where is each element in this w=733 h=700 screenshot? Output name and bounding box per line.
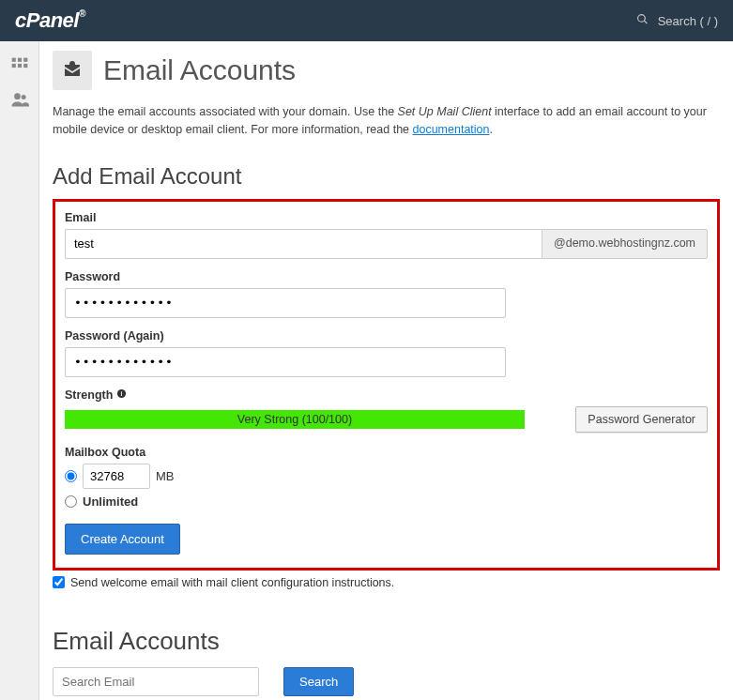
strength-label: Strength i <box>65 388 708 402</box>
page-title: Email Accounts <box>103 54 296 86</box>
svg-rect-4 <box>17 64 21 68</box>
svg-rect-0 <box>11 58 15 62</box>
email-icon <box>53 51 92 90</box>
sidebar-users[interactable] <box>0 83 38 116</box>
email-domain: @demo.webhostingnz.com <box>542 229 708 259</box>
documentation-link[interactable]: documentation <box>413 123 490 136</box>
welcome-email-label: Send welcome email with mail client conf… <box>70 576 394 589</box>
intro-text: Manage the email accounts associated wit… <box>53 103 720 139</box>
quota-label: Mailbox Quota <box>65 446 708 459</box>
quota-radio-value[interactable] <box>65 470 77 482</box>
cpanel-logo: cPanel® <box>15 8 85 33</box>
quota-radio-unlimited[interactable] <box>65 495 77 508</box>
svg-rect-5 <box>23 64 27 68</box>
sidebar <box>0 41 39 700</box>
quota-unit: MB <box>156 469 175 483</box>
svg-rect-1 <box>17 58 21 62</box>
email-label: Email <box>65 211 708 224</box>
accounts-title: Email Accounts <box>53 627 720 656</box>
svg-text:i: i <box>121 389 123 396</box>
search-icon[interactable] <box>636 13 649 28</box>
topbar: cPanel® Search ( / ) <box>0 0 733 41</box>
content: Email Accounts Manage the email accounts… <box>39 41 733 700</box>
svg-point-8 <box>69 61 75 67</box>
password-again-label: Password (Again) <box>65 329 708 342</box>
svg-point-7 <box>21 95 25 99</box>
search-button[interactable]: Search <box>283 667 354 696</box>
search-label[interactable]: Search ( / ) <box>658 14 718 28</box>
strength-bar: Very Strong (100/100) <box>65 410 525 429</box>
password-again-field[interactable] <box>65 347 506 377</box>
add-section-title: Add Email Account <box>53 163 720 190</box>
welcome-email-checkbox[interactable] <box>53 576 65 588</box>
email-field[interactable] <box>65 229 542 259</box>
svg-rect-2 <box>23 58 27 62</box>
password-label: Password <box>65 270 708 283</box>
svg-rect-3 <box>11 64 15 68</box>
password-field[interactable] <box>65 288 506 318</box>
info-icon[interactable]: i <box>116 388 127 402</box>
create-account-button[interactable]: Create Account <box>65 524 180 555</box>
quota-value-field[interactable] <box>83 464 150 489</box>
quota-unlimited-label: Unlimited <box>83 495 138 509</box>
sidebar-apps[interactable] <box>0 49 38 83</box>
svg-point-6 <box>14 93 21 99</box>
add-form: Email @demo.webhostingnz.com Password Pa… <box>53 199 720 571</box>
password-generator-button[interactable]: Password Generator <box>575 406 708 433</box>
search-email-field[interactable] <box>53 667 259 696</box>
